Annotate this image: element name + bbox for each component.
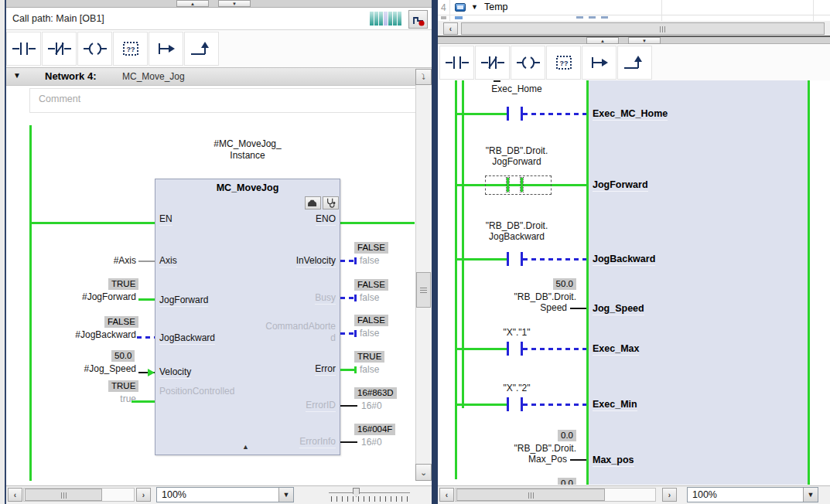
- var-row-section[interactable]: Temp: [484, 2, 508, 12]
- rung2-operand-line2[interactable]: JogForward: [463, 156, 571, 167]
- rung2-contact-selected[interactable]: [521, 178, 523, 192]
- right-splitter-up-button[interactable]: ▲: [586, 37, 619, 44]
- rung1-operand[interactable]: Exec_Home: [463, 83, 571, 94]
- coil-icon[interactable]: [77, 32, 112, 66]
- rung3-operand-line1[interactable]: "RB_DB".Droit.: [463, 220, 571, 231]
- pin-exec-mc-home[interactable]: Exec_MC_Home: [593, 108, 668, 121]
- called-block-body[interactable]: [589, 80, 808, 485]
- right-zoom-dropdown-icon[interactable]: ▼: [803, 488, 818, 502]
- diagnostics-icon-button[interactable]: [323, 196, 339, 209]
- pin-jog-speed[interactable]: Jog_Speed: [593, 303, 644, 315]
- operand-jogspeed[interactable]: #Jog_Speed: [28, 363, 136, 374]
- panel-separator[interactable]: [432, 0, 438, 504]
- rung7-operand-line1[interactable]: "RB_DB".Droit.: [464, 443, 576, 454]
- pin-errorinfo[interactable]: ErrorInfo: [240, 436, 336, 448]
- left-zoom-dropdown-icon[interactable]: ▼: [278, 488, 293, 502]
- pin-exec-min[interactable]: Exec_Min: [593, 399, 637, 411]
- left-vscroll-down-button[interactable]: ⌄: [415, 464, 432, 481]
- busy-wire-tick: [354, 295, 357, 301]
- right-hscroll-thumb[interactable]: [456, 489, 605, 501]
- pin-axis[interactable]: Axis: [159, 255, 177, 267]
- right-ladder-canvas[interactable]: Exec_MC_Home JogForward JogBackward Jog_…: [438, 80, 830, 485]
- right-splitter-down-button[interactable]: ▼: [628, 37, 661, 44]
- rung5-operand[interactable]: "X"."1": [463, 327, 571, 338]
- rung8-value-badge-holder: 0.0: [464, 478, 576, 485]
- splitter-up-button[interactable]: ▲: [176, 0, 209, 7]
- pin-busy[interactable]: Busy: [240, 292, 336, 305]
- rung3-lead: [457, 258, 507, 261]
- operand-true[interactable]: true: [28, 393, 136, 404]
- jump-arrow-icon[interactable]: [582, 46, 617, 80]
- right-hscroll-right-button[interactable]: ›: [662, 488, 677, 502]
- pin-commandaborted[interactable]: CommandAborted: [264, 321, 336, 344]
- rung6-operand[interactable]: "X"."2": [463, 383, 571, 393]
- left-vscroll-thumb[interactable]: [416, 272, 431, 308]
- empty-box-icon[interactable]: ??: [546, 46, 581, 80]
- pin-jogforward[interactable]: JogForward: [593, 179, 648, 192]
- left-hscroll-left-button[interactable]: ‹: [8, 488, 22, 502]
- right-table-hscroll-thumb[interactable]: [461, 22, 825, 35]
- pin-jogbackward[interactable]: JogBackward: [159, 332, 215, 345]
- pin-en[interactable]: EN: [159, 213, 172, 226]
- block-collapse-icon[interactable]: ▲: [242, 443, 249, 451]
- rung7-value-badge: 0.0: [558, 430, 576, 441]
- jogforward-value-badge: TRUE: [108, 278, 138, 290]
- jump-arrow-icon[interactable]: [149, 32, 183, 66]
- left-hscroll-thumb[interactable]: [25, 489, 102, 501]
- comment-box[interactable]: [29, 88, 418, 113]
- instance-name-line2: Instance: [166, 150, 329, 162]
- no-contact-icon[interactable]: [6, 32, 41, 66]
- var-row-collapse-icon[interactable]: ▼: [471, 3, 478, 11]
- pin-positioncontrolled[interactable]: PositionControlled: [159, 386, 238, 397]
- monitor-trace-icon-button[interactable]: [408, 10, 428, 29]
- rung2-operand-line1[interactable]: "RB_DB".Droit.: [463, 145, 571, 156]
- left-ladder-canvas[interactable]: #MC_MoveJog_ Instance MC_MoveJog EN ENO …: [6, 114, 415, 485]
- operand-jogbackward[interactable]: #JogBackward: [28, 329, 136, 340]
- operand-axis[interactable]: #Axis: [28, 255, 136, 266]
- open-branch-icon[interactable]: [184, 32, 219, 66]
- eno-wire: [340, 222, 415, 224]
- right-zoom-combo[interactable]: 100% ▼: [687, 487, 818, 502]
- pin-max-pos[interactable]: Max_pos: [593, 455, 634, 467]
- var-decl-icon-glyph: [457, 5, 463, 9]
- right-table-hscroll-left-button[interactable]: ‹: [443, 22, 458, 35]
- operand-jogforward[interactable]: #JogForward: [28, 291, 136, 302]
- rung4-operand-line2[interactable]: Speed: [455, 302, 567, 313]
- nc-contact-icon[interactable]: [475, 46, 510, 80]
- rung1-contact[interactable]: [507, 107, 509, 121]
- rung6-contact[interactable]: [507, 397, 509, 411]
- left-hscroll-right-button[interactable]: ›: [136, 488, 151, 502]
- right-hscroll-left-button[interactable]: ‹: [439, 488, 454, 502]
- open-branch-icon[interactable]: [617, 46, 652, 80]
- rung5-contact[interactable]: [507, 342, 509, 356]
- pin-error[interactable]: Error: [240, 363, 336, 376]
- rung2-contact-selected[interactable]: [507, 178, 509, 192]
- pin-errorid[interactable]: ErrorID: [240, 400, 336, 412]
- left-vscroll-up-button[interactable]: ⤵︎: [415, 69, 432, 85]
- rung4-operand-line1[interactable]: "RB_DB".Droit.: [464, 291, 576, 302]
- coil-icon[interactable]: [511, 46, 545, 80]
- snapshot-icon-button[interactable]: [305, 196, 321, 209]
- rung3-contact[interactable]: [507, 252, 509, 266]
- nc-contact-icon[interactable]: [42, 32, 77, 66]
- grip-lines: [61, 492, 67, 499]
- no-contact-icon[interactable]: [439, 46, 474, 80]
- left-zoom-slider-line: [329, 492, 410, 493]
- pin-eno[interactable]: ENO: [240, 213, 336, 226]
- pin-jogforward[interactable]: JogForward: [159, 295, 208, 307]
- tia-portal-ladder-editors: ▲ ▼ Call path: Main [OB1] ?? ▼ Network 4…: [0, 0, 830, 504]
- clipped-row-fragment-text: [576, 16, 613, 19]
- pin-invelocity[interactable]: InVelocity: [240, 255, 336, 267]
- rung7-operand-line2[interactable]: Max_Pos: [455, 454, 567, 465]
- pin-velocity[interactable]: Velocity: [159, 366, 191, 379]
- instance-name[interactable]: #MC_MoveJog_ Instance: [166, 138, 329, 162]
- pin-jogbackward[interactable]: JogBackward: [593, 254, 655, 266]
- empty-box-icon[interactable]: ??: [113, 32, 148, 66]
- left-zoom-combo[interactable]: 100% ▼: [156, 487, 294, 502]
- splitter-down-button[interactable]: ▼: [218, 0, 251, 7]
- pin-exec-max[interactable]: Exec_Max: [593, 343, 639, 356]
- table-col-line1: [449, 0, 450, 21]
- network-title[interactable]: MC_Move_Jog: [122, 71, 185, 82]
- rung3-operand-line2[interactable]: JogBackward: [463, 231, 571, 242]
- network-collapse-icon[interactable]: ▼: [13, 71, 21, 80]
